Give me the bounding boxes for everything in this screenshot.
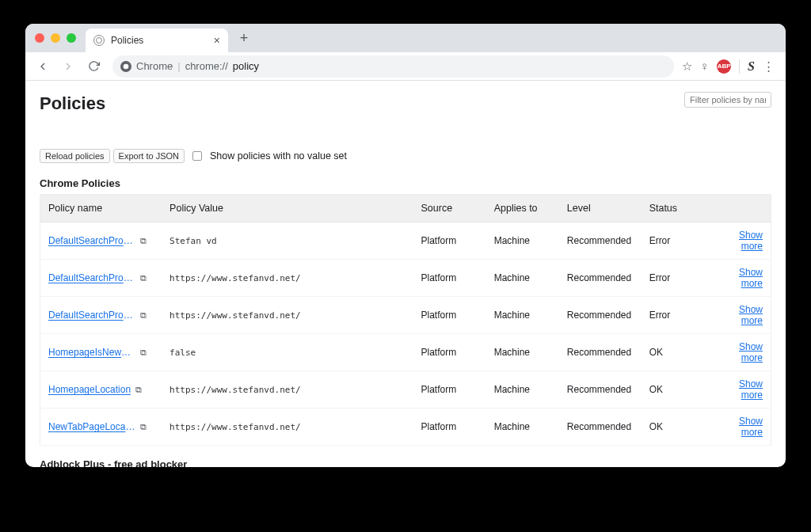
policy-name-link[interactable]: HomepageIsNewTabP… [48, 347, 135, 358]
th-level: Level [559, 195, 642, 222]
th-name: Policy name [40, 195, 162, 222]
toolbar-right: ☆ ♀ ABP S ⋮ [682, 59, 775, 74]
url-path: policy [233, 60, 259, 72]
address-bar[interactable]: Chrome | chrome://policy [112, 55, 674, 78]
policy-value: https://www.stefanvd.net/ [169, 273, 301, 283]
browser-window: Policies × + Chrome | chrome://policy ☆ … [25, 24, 786, 467]
tab-title: Policies [111, 35, 143, 46]
svg-point-0 [124, 63, 129, 69]
policy-value: Stefan vd [169, 236, 217, 246]
policy-source: Platform [413, 260, 486, 297]
policy-name-link[interactable]: DefaultSearchProvider… [48, 272, 135, 283]
policy-status: OK [642, 408, 714, 446]
show-more-link[interactable]: Show more [739, 416, 763, 438]
reload-policies-button[interactable]: Reload policies [40, 149, 110, 163]
policy-applies: Machine [486, 297, 559, 334]
titlebar: Policies × + [25, 24, 786, 52]
external-link-icon[interactable]: ⧉ [140, 236, 147, 246]
external-link-icon[interactable]: ⧉ [140, 310, 147, 321]
show-more-link[interactable]: Show more [739, 267, 763, 289]
actions: Reload policies Export to JSON Show poli… [40, 149, 771, 163]
table-row: DefaultSearchProvider…⧉https://www.stefa… [40, 297, 771, 334]
export-json-button[interactable]: Export to JSON [113, 149, 185, 163]
filter-input[interactable] [684, 92, 771, 108]
forward-button[interactable] [57, 55, 79, 78]
policy-value: https://www.stefanvd.net/ [169, 310, 301, 321]
show-more-link[interactable]: Show more [739, 378, 763, 401]
maximize-window-button[interactable] [67, 33, 76, 43]
page-content: Policies Reload policies Export to JSON … [25, 81, 786, 467]
policy-value: https://www.stefanvd.net/ [169, 385, 301, 395]
policy-level: Recommended [559, 371, 642, 408]
policy-applies: Machine [486, 371, 559, 408]
show-more-link[interactable]: Show more [739, 230, 763, 252]
reload-button[interactable] [82, 55, 105, 78]
minimize-window-button[interactable] [51, 33, 60, 43]
policy-name-link[interactable]: DefaultSearchProvider… [48, 310, 135, 321]
external-link-icon[interactable]: ⧉ [140, 273, 147, 283]
extension-s-icon[interactable]: S [748, 59, 755, 74]
abp-section-title: Adblock Plus - free ad blocker [40, 458, 771, 467]
policy-status: Error [642, 222, 714, 260]
chrome-section-title: Chrome Policies [40, 177, 771, 189]
th-applies: Applies to [486, 195, 559, 222]
table-row: DefaultSearchProvider…⧉https://www.stefa… [40, 260, 771, 297]
policy-source: Platform [413, 297, 486, 334]
policy-level: Recommended [559, 222, 642, 260]
policy-level: Recommended [559, 297, 642, 334]
lightbulb-icon[interactable]: ♀ [700, 59, 709, 73]
policy-level: Recommended [559, 408, 642, 446]
menu-icon[interactable]: ⋮ [763, 59, 775, 74]
policy-applies: Machine [486, 334, 559, 371]
close-tab-icon[interactable]: × [214, 34, 220, 47]
table-row: DefaultSearchProvider…⧉Stefan vdPlatform… [40, 222, 771, 260]
tab-policies[interactable]: Policies × [86, 28, 228, 52]
policy-status: Error [642, 297, 714, 334]
policy-status: Error [642, 260, 714, 297]
policy-name-link[interactable]: HomepageLocation [48, 384, 131, 395]
policy-name-link[interactable]: NewTabPageLocation [48, 421, 135, 432]
table-row: NewTabPageLocation⧉https://www.stefanvd.… [40, 408, 771, 446]
url-scheme: Chrome [136, 60, 173, 72]
table-row: HomepageIsNewTabP…⧉falsePlatformMachineR… [40, 334, 771, 371]
external-link-icon[interactable]: ⧉ [140, 348, 147, 358]
show-more-link[interactable]: Show more [739, 304, 763, 326]
site-info-icon[interactable] [120, 61, 131, 72]
table-row: HomepageLocation⧉https://www.stefanvd.ne… [40, 371, 771, 408]
globe-icon [93, 35, 105, 46]
policy-source: Platform [413, 334, 486, 371]
th-status: Status [642, 195, 714, 222]
th-value: Policy Value [162, 195, 413, 222]
window-controls [35, 33, 76, 43]
policy-level: Recommended [559, 334, 642, 371]
policy-source: Platform [413, 371, 486, 408]
tabs: Policies × + [86, 24, 253, 52]
th-source: Source [413, 195, 486, 222]
policy-value: https://www.stefanvd.net/ [169, 422, 301, 432]
policy-status: OK [642, 334, 714, 371]
show-more-link[interactable]: Show more [739, 341, 763, 363]
policy-level: Recommended [559, 260, 642, 297]
policy-name-link[interactable]: DefaultSearchProvider… [48, 235, 135, 246]
separator [739, 59, 740, 74]
external-link-icon[interactable]: ⧉ [140, 422, 147, 432]
policy-applies: Machine [486, 222, 559, 260]
policy-value: false [169, 348, 196, 358]
page-title: Policies [40, 93, 105, 114]
policy-status: OK [642, 371, 714, 408]
abp-extension-icon[interactable]: ABP [717, 59, 731, 74]
show-empty-checkbox[interactable] [192, 151, 202, 161]
back-button[interactable] [32, 55, 54, 78]
show-empty-label: Show policies with no value set [210, 150, 347, 162]
external-link-icon[interactable]: ⧉ [135, 385, 142, 395]
close-window-button[interactable] [35, 33, 44, 43]
policy-source: Platform [413, 222, 486, 260]
url-host: chrome:// [185, 60, 228, 72]
toolbar: Chrome | chrome://policy ☆ ♀ ABP S ⋮ [25, 52, 786, 81]
star-icon[interactable]: ☆ [682, 59, 692, 74]
url-divider: | [177, 60, 180, 72]
policy-applies: Machine [486, 408, 559, 446]
new-tab-button[interactable]: + [234, 28, 253, 48]
chrome-policies-table: Policy name Policy Value Source Applies … [40, 194, 771, 446]
policy-source: Platform [413, 408, 486, 446]
